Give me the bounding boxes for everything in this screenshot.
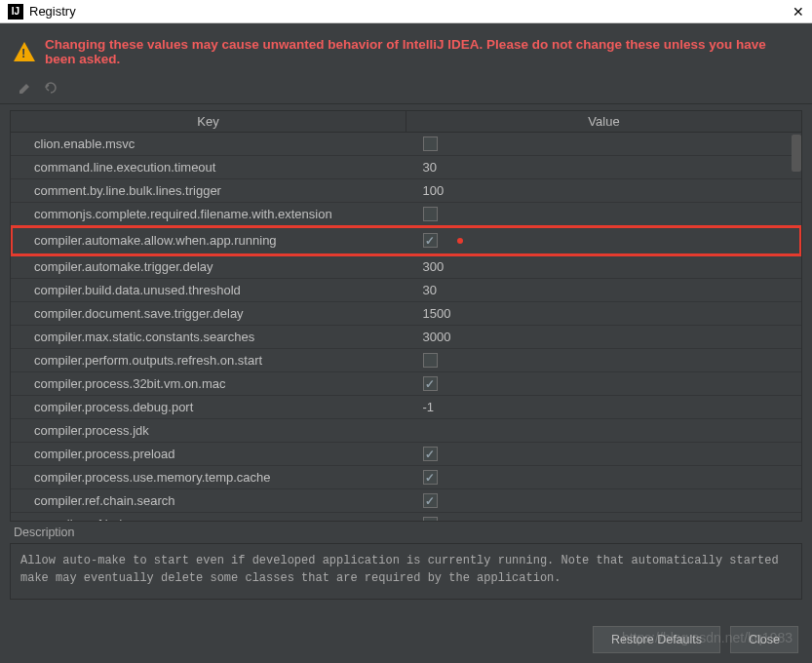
- cell-value[interactable]: [413, 447, 802, 461]
- key-label: compiler.document.save.trigger.delay: [34, 306, 244, 321]
- cell-key: comment.by.line.bulk.lines.trigger: [11, 183, 413, 198]
- cell-value[interactable]: [413, 376, 802, 391]
- table-row[interactable]: compiler.perform.outputs.refresh.on.star…: [11, 349, 801, 372]
- cell-value[interactable]: [413, 493, 802, 508]
- checkbox[interactable]: [423, 470, 438, 485]
- cell-key: compiler.process.32bit.vm.on.mac: [11, 376, 413, 391]
- table-row[interactable]: compiler.document.save.trigger.delay1500: [11, 302, 801, 326]
- key-label: compiler.ref.index: [36, 517, 135, 521]
- key-label: commonjs.complete.required.filename.with…: [34, 207, 332, 221]
- table-row[interactable]: command.line.execution.timeout30: [11, 156, 801, 179]
- cell-value[interactable]: [413, 353, 802, 368]
- key-label: compiler.ref.chain.search: [34, 493, 175, 508]
- checkbox[interactable]: [423, 207, 438, 221]
- checkbox[interactable]: [423, 447, 438, 461]
- cell-key: ▽compiler.ref.index: [11, 517, 413, 521]
- titlebar: IJ Registry ✕: [0, 0, 812, 23]
- description-label: Description: [0, 522, 812, 539]
- table-row[interactable]: compiler.automake.allow.when.app.running: [11, 226, 801, 255]
- table-row[interactable]: compiler.process.debug.port-1: [11, 396, 801, 419]
- key-label: clion.enable.msvc: [34, 136, 135, 151]
- header-key[interactable]: Key: [11, 111, 406, 132]
- warning-text: Changing these values may cause unwanted…: [45, 37, 798, 66]
- table-row[interactable]: compiler.automake.trigger.delay300: [11, 255, 801, 279]
- key-label: compiler.process.32bit.vm.on.mac: [34, 376, 226, 391]
- value-text[interactable]: -1: [423, 400, 435, 414]
- restore-defaults-button[interactable]: Restore Defaults: [593, 626, 720, 653]
- cell-key: compiler.automake.allow.when.app.running: [11, 233, 413, 248]
- value-text[interactable]: 3000: [423, 330, 451, 344]
- close-icon[interactable]: ✕: [793, 4, 804, 20]
- cell-value[interactable]: [413, 517, 802, 521]
- cell-value[interactable]: [413, 136, 802, 151]
- table-row[interactable]: compiler.process.use.memory.temp.cache: [11, 466, 801, 489]
- checkbox[interactable]: [423, 353, 438, 368]
- cell-value[interactable]: 1500: [413, 306, 802, 321]
- value-text[interactable]: 100: [423, 183, 445, 198]
- cell-value[interactable]: 30: [413, 160, 802, 175]
- key-label: compiler.process.use.memory.temp.cache: [34, 470, 271, 485]
- cell-key: compiler.max.static.constants.searches: [11, 330, 413, 344]
- registry-table: Key Value clion.enable.msvccommand.line.…: [10, 110, 802, 522]
- checkbox[interactable]: [423, 517, 438, 521]
- checkbox[interactable]: [423, 376, 438, 391]
- value-text[interactable]: 30: [423, 283, 437, 297]
- value-text[interactable]: 1500: [423, 306, 451, 321]
- cell-key: compiler.document.save.trigger.delay: [11, 306, 413, 321]
- checkbox[interactable]: [423, 233, 438, 248]
- key-label: compiler.process.debug.port: [34, 400, 193, 414]
- cell-key: clion.enable.msvc: [11, 136, 413, 151]
- table-row[interactable]: comment.by.line.bulk.lines.trigger100: [11, 179, 801, 203]
- table-row[interactable]: commonjs.complete.required.filename.with…: [11, 203, 801, 226]
- cell-key: command.line.execution.timeout: [11, 160, 413, 175]
- table-row[interactable]: compiler.max.static.constants.searches30…: [11, 326, 801, 349]
- cell-value[interactable]: 30: [413, 283, 802, 297]
- cell-value[interactable]: 300: [413, 259, 802, 274]
- key-label: compiler.build.data.unused.threshold: [34, 283, 241, 297]
- cell-key: compiler.build.data.unused.threshold: [11, 283, 413, 297]
- value-text[interactable]: 30: [423, 160, 437, 175]
- cell-key: compiler.automake.trigger.delay: [11, 259, 413, 274]
- warning-icon: [14, 42, 35, 61]
- table-row[interactable]: compiler.process.preload: [11, 443, 801, 466]
- table-row[interactable]: clion.enable.msvc: [11, 133, 801, 156]
- table-body: clion.enable.msvccommand.line.execution.…: [11, 133, 801, 521]
- cell-value[interactable]: -1: [413, 400, 802, 414]
- chevron-down-icon: ▽: [19, 519, 26, 521]
- cell-value[interactable]: [413, 233, 802, 248]
- cell-key: compiler.process.jdk: [11, 423, 413, 438]
- table-row[interactable]: compiler.ref.chain.search: [11, 489, 801, 513]
- key-label: compiler.process.preload: [34, 447, 175, 461]
- value-text[interactable]: 300: [423, 259, 445, 274]
- cell-value[interactable]: [413, 207, 802, 221]
- edit-icon[interactable]: [18, 80, 33, 96]
- scrollbar-thumb[interactable]: [792, 135, 801, 172]
- cell-key: compiler.process.use.memory.temp.cache: [11, 470, 413, 485]
- cell-value[interactable]: [413, 470, 802, 485]
- header-value[interactable]: Value: [406, 111, 801, 132]
- table-row[interactable]: ▽compiler.ref.index: [11, 513, 801, 521]
- cell-key: compiler.perform.outputs.refresh.on.star…: [11, 353, 413, 368]
- key-label: compiler.perform.outputs.refresh.on.star…: [34, 353, 262, 368]
- cell-value[interactable]: 100: [413, 183, 802, 198]
- app-icon: IJ: [8, 4, 23, 20]
- undo-icon[interactable]: [43, 80, 58, 96]
- cell-value[interactable]: 3000: [413, 330, 802, 344]
- key-label: compiler.process.jdk: [34, 423, 149, 438]
- changed-indicator-icon: [457, 238, 463, 244]
- table-row[interactable]: compiler.build.data.unused.threshold30: [11, 279, 801, 302]
- toolbar: [0, 76, 812, 104]
- close-button[interactable]: Close: [730, 626, 798, 653]
- warning-bar: Changing these values may cause unwanted…: [0, 23, 812, 76]
- cell-key: compiler.process.debug.port: [11, 400, 413, 414]
- table-row[interactable]: compiler.process.32bit.vm.on.mac: [11, 372, 801, 396]
- cell-key: commonjs.complete.required.filename.with…: [11, 207, 413, 221]
- table-row[interactable]: compiler.process.jdk: [11, 419, 801, 443]
- cell-key: compiler.process.preload: [11, 447, 413, 461]
- table-header: Key Value: [11, 111, 801, 133]
- key-label: compiler.max.static.constants.searches: [34, 330, 254, 344]
- dialog-footer: Restore Defaults Close: [593, 626, 798, 653]
- checkbox[interactable]: [423, 136, 438, 151]
- checkbox[interactable]: [423, 493, 438, 508]
- description-text: Allow auto-make to start even if develop…: [10, 543, 802, 600]
